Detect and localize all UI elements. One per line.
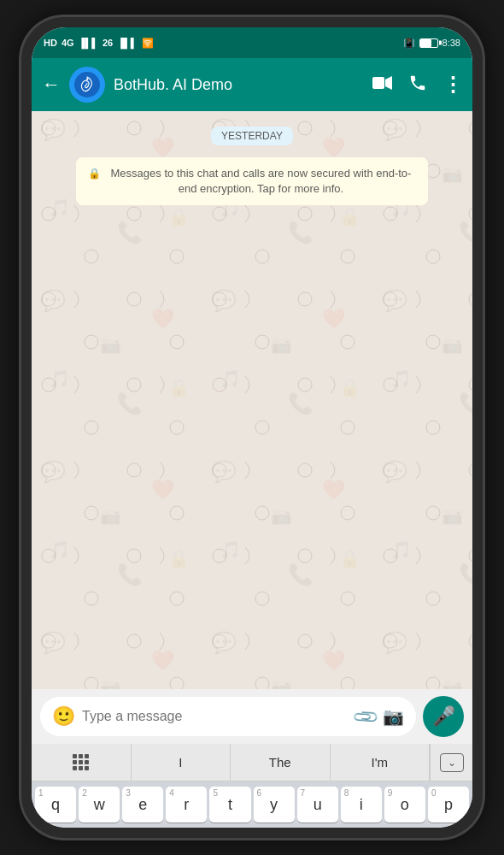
collapse-icon: ⌄ <box>440 753 464 772</box>
key-r[interactable]: 4r <box>166 787 207 823</box>
bothub-logo-icon <box>74 72 100 97</box>
wifi-icon: 🛜 <box>142 38 154 49</box>
key-w[interactable]: 2w <box>79 787 120 823</box>
date-badge: YESTERDAY <box>211 127 293 145</box>
status-left: HD 4G ▐▌▌ 26 ▐▌▌ 🛜 <box>44 38 154 49</box>
phone-inner: HD 4G ▐▌▌ 26 ▐▌▌ 🛜 📳 8:38 ← <box>32 27 472 828</box>
phone-frame: HD 4G ▐▌▌ 26 ▐▌▌ 🛜 📳 8:38 ← <box>21 17 483 838</box>
key-y[interactable]: 6y <box>254 787 295 823</box>
status-bar: HD 4G ▐▌▌ 26 ▐▌▌ 🛜 📳 8:38 <box>32 27 472 58</box>
back-button[interactable]: ← <box>42 74 61 96</box>
suggestion-the[interactable]: The <box>231 744 331 781</box>
keyboard-suggestions: I The I'm ⌄ <box>32 744 472 781</box>
encryption-text: Messages to this chat and calls are now … <box>106 166 415 197</box>
mic-icon: 🎤 <box>432 705 455 728</box>
keyboard-grid: 1q 2w 3e 4r 5t 6y 7u 8i 9o 0p <box>32 781 472 828</box>
key-t[interactable]: 5t <box>209 787 250 823</box>
battery-icon <box>419 38 438 48</box>
mic-button[interactable]: 🎤 <box>423 696 464 737</box>
suggestion-im[interactable]: I'm <box>331 744 431 781</box>
chat-area: YESTERDAY 🔒 Messages to this chat and ca… <box>32 111 472 689</box>
svg-rect-1 <box>372 77 384 89</box>
video-call-button[interactable] <box>372 75 393 95</box>
suggestion-i[interactable]: I <box>132 744 231 781</box>
key-i[interactable]: 8i <box>341 787 382 823</box>
grid-icon <box>72 753 91 772</box>
svg-marker-2 <box>385 76 392 90</box>
contact-name[interactable]: BotHub. AI Demo <box>114 76 364 94</box>
signal-bars: ▐▌▌ <box>79 38 98 48</box>
more-options-button[interactable]: ⋮ <box>442 73 462 97</box>
status-right: 📳 8:38 <box>403 38 460 49</box>
avatar[interactable] <box>69 67 105 103</box>
collapse-keyboard-button[interactable]: ⌄ <box>430 744 472 781</box>
signal-bars2: ▐▌▌ <box>117 38 137 48</box>
avatar-inner <box>69 67 105 103</box>
key-p[interactable]: 0p <box>428 787 469 823</box>
keyboard-row-1: 1q 2w 3e 4r 5t 6y 7u 8i 9o 0p <box>35 787 469 823</box>
network-26: 26 <box>103 38 113 48</box>
suggestion-grid-button[interactable] <box>32 744 132 781</box>
suggestion-i-label: I <box>179 755 182 770</box>
lock-icon: 🔒 <box>88 167 101 181</box>
camera-button[interactable]: 📷 <box>383 706 404 727</box>
network-4g: 4G <box>62 38 74 48</box>
key-o[interactable]: 9o <box>384 787 425 823</box>
header-icons: ⋮ <box>372 73 462 97</box>
chat-header: ← BotHub. AI Demo <box>32 58 472 111</box>
key-u[interactable]: 7u <box>297 787 338 823</box>
attach-button[interactable]: 📎 <box>350 702 380 732</box>
voice-call-button[interactable] <box>408 74 427 97</box>
battery-fill <box>420 39 431 47</box>
time-display: 8:38 <box>442 38 460 48</box>
emoji-button[interactable]: 🙂 <box>52 705 75 728</box>
key-q[interactable]: 1q <box>35 787 76 823</box>
encryption-notice[interactable]: 🔒 Messages to this chat and calls are no… <box>76 157 427 205</box>
network-hd: HD <box>44 38 57 48</box>
vibrate-icon: 📳 <box>403 38 415 49</box>
suggestion-the-label: The <box>269 755 291 770</box>
message-input-container: 🙂 📎 📷 <box>40 697 416 736</box>
svg-point-0 <box>74 72 100 97</box>
key-e[interactable]: 3e <box>122 787 163 823</box>
keyboard-area: I The I'm ⌄ 1q 2w 3e 4r 5t <box>32 744 472 828</box>
message-input[interactable] <box>82 709 348 724</box>
input-area: 🙂 📎 📷 🎤 <box>32 689 472 744</box>
suggestion-im-label: I'm <box>371 755 388 770</box>
